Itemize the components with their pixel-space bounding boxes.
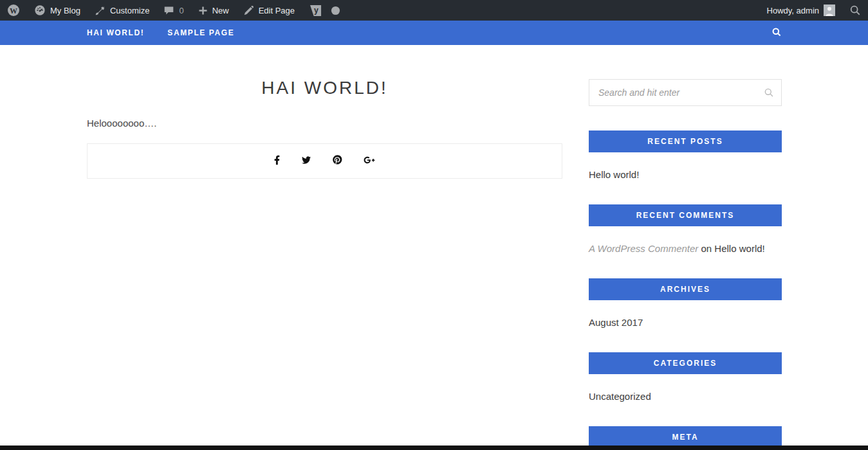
- taskbar-edge: [0, 446, 868, 450]
- site-navbar: HAI WORLD! SAMPLE PAGE: [0, 21, 868, 45]
- new-label: New: [212, 6, 229, 15]
- widget-body: A WordPress Commenter on Hello world!: [589, 243, 782, 254]
- categories-widget: CATEGORIES Uncategorized: [589, 352, 782, 402]
- post-title: HAI WORLD!: [87, 78, 562, 98]
- twitter-icon: [301, 156, 311, 167]
- nav-item-hai-world[interactable]: HAI WORLD!: [87, 28, 144, 37]
- new-content-menu[interactable]: New: [191, 0, 236, 21]
- facebook-share-button[interactable]: [274, 155, 280, 168]
- twitter-share-button[interactable]: [301, 156, 311, 167]
- nav-item-sample-page[interactable]: SAMPLE PAGE: [167, 28, 234, 37]
- google-plus-icon: [364, 156, 375, 167]
- recent-post-link[interactable]: Hello world!: [589, 169, 639, 180]
- pencil-icon: [243, 5, 254, 16]
- category-link[interactable]: Uncategorized: [589, 391, 651, 402]
- yoast-icon: y: [309, 4, 322, 17]
- archives-widget: ARCHIVES August 2017: [589, 278, 782, 328]
- widget-body: Uncategorized: [589, 391, 782, 402]
- nav-menu: HAI WORLD! SAMPLE PAGE: [87, 21, 868, 45]
- widget-body: Hello world!: [589, 169, 782, 180]
- archive-link[interactable]: August 2017: [589, 317, 643, 328]
- plugin-circle-icon: [331, 6, 340, 15]
- recent-posts-widget: RECENT POSTS Hello world!: [589, 130, 782, 180]
- google-plus-share-button[interactable]: [364, 156, 375, 167]
- site-name-label: My Blog: [50, 6, 80, 15]
- meta-widget: META: [589, 426, 782, 448]
- facebook-icon: [274, 155, 280, 168]
- dashboard-gauge-icon: [34, 4, 46, 16]
- my-account-menu[interactable]: Howdy, admin: [760, 0, 842, 21]
- paintbrush-icon: [95, 5, 106, 16]
- svg-text:y: y: [314, 6, 319, 15]
- search-icon: [771, 28, 782, 39]
- edit-page-label: Edit Page: [259, 6, 295, 15]
- howdy-label: Howdy, admin: [767, 6, 819, 15]
- comment-bubble-icon: [163, 5, 174, 16]
- widget-title-recent-posts: RECENT POSTS: [589, 130, 782, 152]
- search-icon: [849, 4, 861, 16]
- customize-label: Customize: [110, 6, 149, 15]
- post-article: HAI WORLD! Heloooooooo….: [87, 45, 562, 448]
- page-container: HAI WORLD! Heloooooooo….: [87, 45, 782, 448]
- widget-title-archives: ARCHIVES: [589, 278, 782, 300]
- comment-post-link[interactable]: Hello world!: [714, 243, 764, 254]
- edit-page-link[interactable]: Edit Page: [236, 0, 302, 21]
- avatar: [824, 4, 835, 16]
- pinterest-share-button[interactable]: [333, 155, 342, 167]
- adminbar-search-button[interactable]: [842, 0, 868, 21]
- comments-link[interactable]: 0: [156, 0, 190, 21]
- widget-title-meta: META: [589, 426, 782, 448]
- plus-icon: [198, 6, 208, 15]
- comment-connector: on: [701, 243, 712, 254]
- widget-title-categories: CATEGORIES: [589, 352, 782, 374]
- sidebar-search-widget: [589, 79, 782, 106]
- admin-bar-left: W My Blog Customize: [0, 0, 347, 21]
- yoast-seo-menu[interactable]: y: [302, 0, 347, 21]
- customize-link[interactable]: Customize: [88, 0, 156, 21]
- social-share-bar: [87, 143, 562, 179]
- comment-author-link[interactable]: A WordPress Commenter: [589, 243, 698, 254]
- comment-count: 0: [179, 6, 183, 15]
- widget-title-recent-comments: RECENT COMMENTS: [589, 204, 782, 226]
- search-icon[interactable]: [764, 87, 774, 100]
- admin-bar-right: Howdy, admin: [760, 0, 868, 21]
- sidebar-search-input[interactable]: [589, 79, 782, 106]
- navbar-search-button[interactable]: [771, 27, 782, 40]
- admin-bar: W My Blog Customize: [0, 0, 868, 21]
- pinterest-icon: [333, 155, 342, 167]
- site-name-menu[interactable]: My Blog: [27, 0, 88, 21]
- widget-body: August 2017: [589, 317, 782, 328]
- wordpress-logo-menu[interactable]: W: [0, 0, 27, 21]
- wordpress-logo-icon: W: [7, 4, 20, 17]
- recent-comments-widget: RECENT COMMENTS A WordPress Commenter on…: [589, 204, 782, 254]
- svg-text:W: W: [10, 6, 17, 15]
- post-body-text: Heloooooooo….: [87, 118, 562, 129]
- sidebar: RECENT POSTS Hello world! RECENT COMMENT…: [589, 45, 782, 448]
